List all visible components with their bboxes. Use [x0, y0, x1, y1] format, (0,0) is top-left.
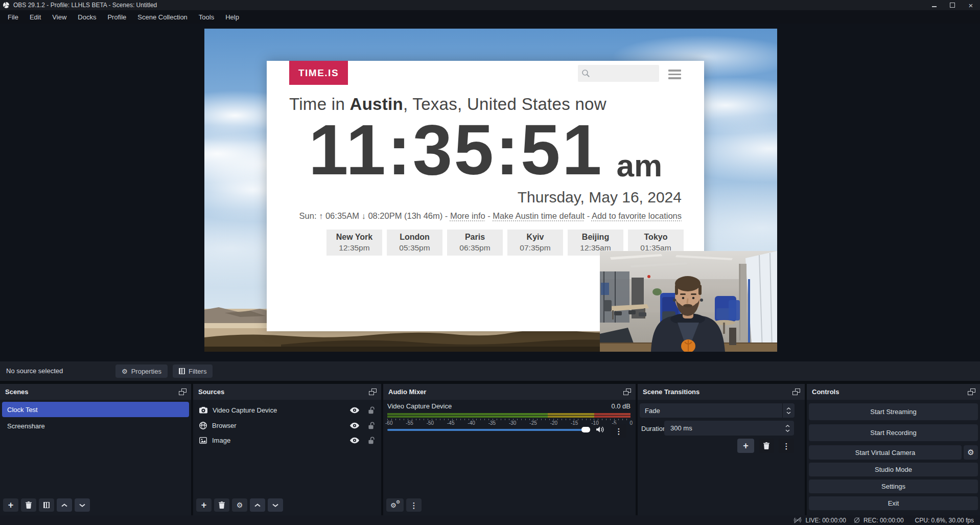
properties-button[interactable]: ⚙ Properties [115, 364, 168, 378]
plus-icon: + [201, 500, 207, 510]
filters-button[interactable]: Filters [173, 364, 213, 378]
combo-spinner[interactable] [782, 403, 795, 418]
menu-view[interactable]: View [46, 11, 72, 23]
scene-transitions-panel: Scene Transitions Fade Duration 300 ms +… [638, 384, 805, 515]
exit-button[interactable]: Exit [809, 496, 978, 510]
popout-icon[interactable] [369, 389, 377, 395]
popout-icon[interactable] [792, 389, 800, 395]
source-row-video-capture[interactable]: Video Capture Device [195, 403, 379, 417]
lock-open-icon[interactable] [368, 437, 375, 444]
menu-docks[interactable]: Docks [72, 11, 102, 23]
visibility-eye-icon[interactable] [349, 407, 360, 414]
mixer-channel-menu-button[interactable]: ⋮ [611, 424, 626, 438]
menu-file[interactable]: File [2, 11, 24, 23]
add-source-button[interactable]: + [196, 498, 212, 512]
camera-icon [199, 407, 207, 414]
hamburger-menu-icon [668, 70, 681, 79]
settings-button[interactable]: Settings [809, 480, 978, 493]
menu-profile[interactable]: Profile [102, 11, 132, 23]
sun-times: Sun: ↑ 06:35AM ↓ 08:20PM (13h 46m) [299, 211, 443, 220]
remove-source-button[interactable] [214, 498, 229, 512]
source-label: Browser [212, 422, 237, 429]
tick-label: -25 [529, 420, 536, 426]
globe-icon [199, 422, 207, 429]
transition-select[interactable]: Fade [640, 403, 795, 418]
scenes-header[interactable]: Scenes [0, 384, 191, 400]
world-clock-tile: New York 12:35pm [326, 230, 382, 256]
city-name: New York [326, 232, 382, 243]
scene-filters-button[interactable] [39, 498, 54, 512]
visibility-eye-icon[interactable] [349, 437, 360, 444]
remove-transition-button[interactable] [759, 439, 774, 453]
menu-scene-collection[interactable]: Scene Collection [132, 11, 193, 23]
add-transition-button[interactable]: + [737, 439, 754, 453]
trash-icon [219, 501, 225, 509]
properties-label: Properties [131, 368, 161, 375]
mixer-menu-button[interactable]: ⋮ [406, 498, 422, 512]
start-streaming-button[interactable]: Start Streaming [809, 403, 978, 420]
duration-spinner[interactable] [785, 421, 790, 436]
menu-help[interactable]: Help [220, 11, 245, 23]
advanced-audio-button[interactable]: ⚙⚙ [386, 498, 404, 512]
tick-label: -45 [447, 420, 454, 426]
speaker-icon[interactable] [596, 426, 605, 433]
kebab-icon: ⋮ [783, 442, 790, 450]
move-source-down-button[interactable] [268, 498, 283, 512]
city-name: Kyiv [507, 232, 563, 243]
preview-area: TIME.IS Time in Austin, Texas, United St… [0, 24, 980, 361]
lock-open-icon[interactable] [368, 422, 375, 429]
popout-icon[interactable] [623, 389, 631, 395]
maximize-button[interactable] [943, 0, 962, 10]
window-controls: × [925, 0, 980, 10]
lock-open-icon[interactable] [368, 406, 375, 414]
cpu-fps-stats: CPU: 0.6%, 30.00 fps [915, 517, 974, 524]
scene-item-screenshare[interactable]: Screenshare [2, 418, 189, 433]
source-row-browser[interactable]: Browser [195, 419, 379, 432]
filters-label: Filters [189, 368, 206, 375]
menu-edit[interactable]: Edit [24, 11, 46, 23]
tick-label: 0 [629, 420, 633, 426]
controls-panel: Controls Start Streaming Start Recording… [807, 384, 980, 515]
source-row-image[interactable]: Image [195, 433, 379, 447]
duration-label: Duration [641, 425, 666, 432]
minimize-button[interactable] [925, 0, 943, 10]
tick-label: -20 [550, 420, 557, 426]
virtual-camera-config-button[interactable]: ⚙ [964, 445, 978, 460]
separator: - [585, 211, 592, 220]
separator: - [442, 211, 450, 220]
controls-header[interactable]: Controls [807, 384, 980, 400]
visibility-eye-icon[interactable] [349, 422, 360, 429]
gear-icon: ⚙ [122, 368, 128, 375]
mixer-tick-labels: -60-55-50-45-40-35-30-25-20-15-10-50 [385, 420, 633, 426]
menu-tools[interactable]: Tools [193, 11, 220, 23]
city-time: 07:35pm [507, 243, 563, 253]
transitions-header[interactable]: Scene Transitions [638, 384, 805, 400]
remove-scene-button[interactable] [21, 498, 36, 512]
close-button[interactable]: × [962, 0, 980, 10]
sources-header[interactable]: Sources [193, 384, 381, 400]
move-scene-down-button[interactable] [75, 498, 90, 512]
sources-toolbar: + ⚙ [196, 498, 283, 512]
popout-icon[interactable] [968, 389, 975, 395]
scene-item-clock-test[interactable]: Clock Test [2, 402, 189, 417]
chevron-down-icon [785, 429, 790, 432]
studio-mode-button[interactable]: Studio Mode [809, 463, 978, 476]
start-virtual-camera-button[interactable]: Start Virtual Camera [809, 445, 962, 460]
move-scene-up-button[interactable] [57, 498, 72, 512]
move-source-up-button[interactable] [250, 498, 265, 512]
popout-icon[interactable] [179, 389, 186, 395]
source-label: Image [212, 437, 230, 444]
transition-menu-button[interactable]: ⋮ [779, 439, 794, 453]
source-properties-button[interactable]: ⚙ [232, 498, 247, 512]
audio-mixer-header[interactable]: Audio Mixer [383, 384, 636, 400]
add-scene-button[interactable]: + [3, 498, 18, 512]
plus-icon: + [743, 441, 749, 450]
start-recording-button[interactable]: Start Recording [809, 424, 978, 441]
title-bar: OBS 29.1.2 - Profile: LLHLS BETA - Scene… [0, 0, 980, 10]
program-canvas[interactable]: TIME.IS Time in Austin, Texas, United St… [204, 29, 777, 352]
volume-slider-handle[interactable] [581, 427, 590, 432]
volume-slider[interactable] [387, 429, 582, 431]
city-name: Paris [447, 232, 503, 243]
duration-spinbox[interactable]: 300 ms [664, 421, 794, 436]
sources-panel: Sources Video Capture Device Browser Ima… [193, 384, 381, 515]
